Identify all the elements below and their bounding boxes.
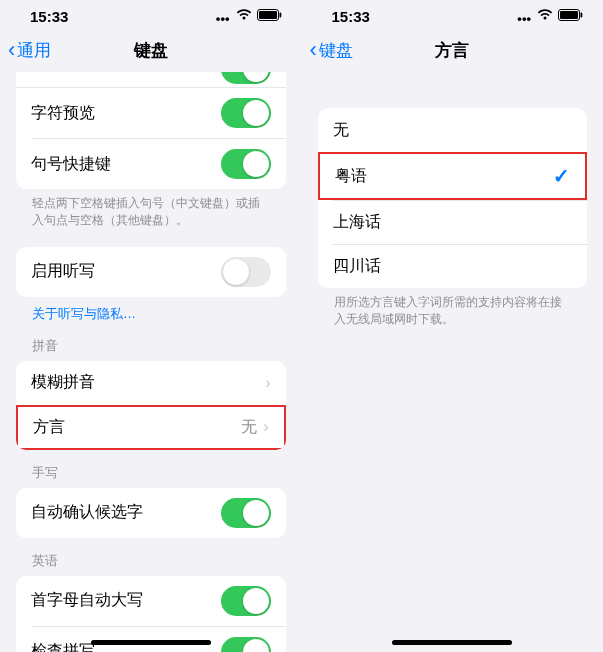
row-fuzzy-pinyin[interactable]: 模糊拼音 › (16, 361, 286, 405)
svg-rect-2 (279, 12, 281, 17)
status-time: 15:33 (30, 8, 68, 25)
back-button[interactable]: ‹ 通用 (8, 39, 51, 62)
dialect-options-group: 无 粤语 ✓ 上海话 四川话 (318, 108, 588, 288)
toggle[interactable] (221, 498, 271, 528)
row-label: 模糊拼音 (31, 372, 265, 393)
option-cantonese[interactable]: 粤语 ✓ (318, 152, 588, 200)
row-label: 方言 (33, 417, 241, 438)
row-period-shortcut[interactable]: 句号快捷键 (31, 138, 286, 189)
row-label: 自动确认候选字 (31, 502, 221, 523)
chevron-right-icon: › (263, 418, 268, 436)
row-dictation[interactable]: 启用听写 (16, 247, 286, 297)
partial-row (16, 72, 286, 88)
option-sichuan[interactable]: 四川话 (333, 244, 588, 288)
row-dialect[interactable]: 方言 无 › (16, 405, 286, 450)
status-time: 15:33 (332, 8, 370, 25)
home-indicator[interactable] (91, 640, 211, 645)
option-shanghainese[interactable]: 上海话 (333, 200, 588, 244)
chevron-left-icon: ‹ (310, 39, 317, 61)
row-label: 句号快捷键 (31, 154, 221, 175)
option-label: 上海话 (333, 212, 573, 233)
toggle[interactable] (221, 98, 271, 128)
toggle[interactable] (221, 257, 271, 287)
section-header-pinyin: 拼音 (0, 323, 302, 361)
toggle[interactable] (221, 149, 271, 179)
row-spellcheck[interactable]: 检查拼写 (31, 626, 286, 652)
back-button[interactable]: ‹ 键盘 (310, 39, 353, 62)
chevron-left-icon: ‹ (8, 39, 15, 61)
wifi-icon (236, 9, 252, 24)
option-label: 粤语 (335, 166, 554, 187)
settings-group-handwrite: 自动确认候选字 (16, 488, 286, 538)
battery-icon (558, 9, 583, 24)
section-header-handwrite: 手写 (0, 450, 302, 488)
row-char-preview[interactable]: 字符预览 (16, 88, 286, 138)
svg-rect-5 (581, 12, 583, 17)
section-header-english: 英语 (0, 538, 302, 576)
row-value: 无 (241, 417, 263, 438)
svg-rect-4 (560, 11, 578, 19)
toggle[interactable] (221, 586, 271, 616)
nav-bar: ‹ 键盘 方言 (302, 28, 604, 72)
status-bar: 15:33 ••• (0, 0, 302, 28)
toggle[interactable] (221, 72, 271, 84)
cellular-icon: ••• (216, 11, 230, 22)
row-label: 启用听写 (31, 261, 221, 282)
status-right: ••• (517, 9, 583, 24)
settings-group-top: 字符预览 句号快捷键 (16, 72, 286, 189)
row-label: 字符预览 (31, 103, 221, 124)
page-title: 键盘 (134, 39, 168, 62)
checkmark-icon: ✓ (553, 164, 570, 188)
footer-note: 用所选方言键入字词所需的支持内容将在接入无线局域网时下载。 (302, 288, 604, 328)
page-title: 方言 (435, 39, 469, 62)
status-right: ••• (216, 9, 282, 24)
row-auto-confirm[interactable]: 自动确认候选字 (16, 488, 286, 538)
option-label: 无 (333, 120, 573, 141)
settings-group-pinyin: 模糊拼音 › 方言 无 › (16, 361, 286, 450)
footer-note: 轻点两下空格键插入句号（中文键盘）或插入句点与空格（其他键盘）。 (0, 189, 302, 229)
nav-bar: ‹ 通用 键盘 (0, 28, 302, 72)
wifi-icon (537, 9, 553, 24)
settings-group-dictation: 启用听写 (16, 247, 286, 297)
battery-icon (257, 9, 282, 24)
chevron-right-icon: › (265, 374, 270, 392)
row-autocap[interactable]: 首字母自动大写 (16, 576, 286, 626)
toggle[interactable] (221, 637, 271, 652)
status-bar: 15:33 ••• (302, 0, 604, 28)
option-none[interactable]: 无 (318, 108, 588, 152)
privacy-link[interactable]: 关于听写与隐私… (0, 297, 302, 323)
svg-rect-1 (259, 11, 277, 19)
cellular-icon: ••• (517, 11, 531, 22)
row-label: 首字母自动大写 (31, 590, 221, 611)
back-label: 通用 (17, 39, 51, 62)
back-label: 键盘 (319, 39, 353, 62)
option-label: 四川话 (333, 256, 573, 277)
home-indicator[interactable] (392, 640, 512, 645)
